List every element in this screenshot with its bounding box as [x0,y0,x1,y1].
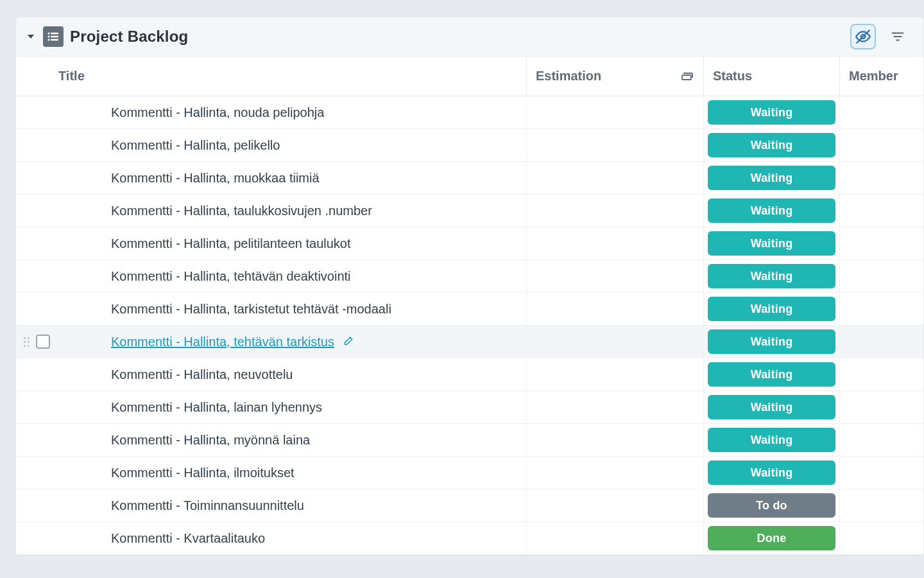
cell-member[interactable] [840,96,923,128]
task-title[interactable]: Kommentti - Hallinta, nouda pelipohja [111,105,324,120]
cell-status[interactable]: Waiting [704,326,840,358]
cell-status[interactable]: Waiting [704,358,840,390]
cell-title[interactable]: Kommentti - Hallinta, tehtävän tarkistus [16,326,527,358]
status-badge[interactable]: Waiting [708,329,835,354]
cell-title[interactable]: Kommentti - Toiminnansuunnittelu [16,489,527,521]
cell-title[interactable]: Kommentti - Hallinta, tehtävän deaktivoi… [16,260,527,292]
column-header-status[interactable]: Status [704,57,840,96]
cell-status[interactable]: Waiting [704,129,840,161]
cell-member[interactable] [840,391,923,423]
cell-estimation[interactable] [527,326,704,358]
cell-title[interactable]: Kommentti - Hallinta, muokkaa tiimiä [16,162,527,194]
task-title[interactable]: Kommentti - Hallinta, pelikello [111,138,280,153]
cell-member[interactable] [840,457,923,489]
edit-icon[interactable] [342,336,354,347]
cell-estimation[interactable] [527,424,704,456]
cell-status[interactable]: Done [704,522,840,554]
cell-title[interactable]: Kommentti - Hallinta, neuvottelu [16,358,527,390]
status-badge[interactable]: Waiting [708,264,835,288]
table-row[interactable]: Kommentti - KvartaalitaukoDone [16,522,923,555]
task-title[interactable]: Kommentti - Hallinta, taulukkosivujen .n… [111,204,372,218]
status-badge[interactable]: Waiting [708,231,835,256]
status-badge[interactable]: Waiting [708,297,835,321]
table-row[interactable]: Kommentti - Hallinta, pelitilanteen taul… [16,227,923,260]
row-checkbox[interactable] [36,335,50,349]
cell-status[interactable]: Waiting [704,195,840,227]
column-header-estimation[interactable]: Estimation [527,57,704,96]
table-row[interactable]: Kommentti - Hallinta, neuvotteluWaiting [16,358,923,391]
cell-status[interactable]: Waiting [704,293,840,325]
cell-title[interactable]: Kommentti - Hallinta, taulukkosivujen .n… [16,195,527,227]
task-title[interactable]: Kommentti - Hallinta, tarkistetut tehtäv… [111,302,391,317]
cell-estimation[interactable] [527,457,704,489]
cell-estimation[interactable] [527,227,704,259]
table-row[interactable]: Kommentti - Hallinta, pelikelloWaiting [16,129,923,162]
cell-member[interactable] [840,162,923,194]
table-row[interactable]: Kommentti - Hallinta, tehtävän deaktivoi… [16,260,923,293]
drag-handle-icon[interactable] [24,337,30,347]
task-title[interactable]: Kommentti - Kvartaalitauko [111,531,265,546]
cell-member[interactable] [840,424,923,456]
cell-estimation[interactable] [527,358,704,390]
task-title[interactable]: Kommentti - Hallinta, tehtävän tarkistus [111,335,334,349]
column-header-title[interactable]: Title [16,57,527,96]
cell-estimation[interactable] [527,162,704,194]
status-badge[interactable]: Waiting [708,166,835,190]
status-badge[interactable]: Waiting [708,428,835,452]
task-title[interactable]: Kommentti - Hallinta, myönnä laina [111,433,310,448]
status-badge[interactable]: Waiting [708,100,835,125]
cell-title[interactable]: Kommentti - Hallinta, lainan lyhennys [16,391,527,423]
cell-estimation[interactable] [527,391,704,423]
cell-estimation[interactable] [527,522,704,554]
table-row[interactable]: Kommentti - Hallinta, tarkistetut tehtäv… [16,293,923,326]
cell-estimation[interactable] [527,293,704,325]
visibility-toggle-icon[interactable] [850,24,876,49]
cell-member[interactable] [840,129,923,161]
filter-icon[interactable] [885,24,911,49]
task-title[interactable]: Kommentti - Hallinta, ilmoitukset [111,466,295,480]
collapse-caret-icon[interactable] [25,31,37,42]
status-badge[interactable]: Waiting [708,198,835,223]
status-badge[interactable]: Done [708,526,835,550]
task-title[interactable]: Kommentti - Hallinta, muokkaa tiimiä [111,171,320,186]
cell-estimation[interactable] [527,96,704,128]
cell-title[interactable]: Kommentti - Hallinta, ilmoitukset [16,457,527,489]
table-row[interactable]: Kommentti - Hallinta, myönnä lainaWaitin… [16,424,923,457]
cell-status[interactable]: Waiting [704,162,840,194]
status-badge[interactable]: To do [708,493,835,518]
cell-title[interactable]: Kommentti - Kvartaalitauko [16,522,527,554]
cell-member[interactable] [840,326,923,358]
cell-member[interactable] [840,522,923,554]
cell-member[interactable] [840,489,923,521]
cell-title[interactable]: Kommentti - Hallinta, pelitilanteen taul… [16,227,527,259]
cell-member[interactable] [840,358,923,390]
cell-status[interactable]: Waiting [704,260,840,292]
cell-status[interactable]: Waiting [704,96,840,128]
cell-estimation[interactable] [527,129,704,161]
cell-status[interactable]: Waiting [704,227,840,259]
cell-status[interactable]: To do [704,489,840,521]
cell-estimation[interactable] [527,195,704,227]
cell-member[interactable] [840,195,923,227]
cell-title[interactable]: Kommentti - Hallinta, myönnä laina [16,424,527,456]
task-title[interactable]: Kommentti - Hallinta, lainan lyhennys [111,400,322,415]
task-title[interactable]: Kommentti - Hallinta, tehtävän deaktivoi… [111,269,351,284]
estimation-config-icon[interactable] [681,73,693,80]
task-title[interactable]: Kommentti - Toiminnansuunnittelu [111,498,304,513]
cell-estimation[interactable] [527,260,704,292]
cell-title[interactable]: Kommentti - Hallinta, tarkistetut tehtäv… [16,293,527,325]
cell-title[interactable]: Kommentti - Hallinta, nouda pelipohja [16,96,527,128]
status-badge[interactable]: Waiting [708,362,835,387]
task-title[interactable]: Kommentti - Hallinta, neuvottelu [111,367,293,382]
cell-member[interactable] [840,260,923,292]
cell-estimation[interactable] [527,489,704,521]
table-row[interactable]: Kommentti - Hallinta, lainan lyhennysWai… [16,391,923,424]
table-row[interactable]: Kommentti - ToiminnansuunnitteluTo do [16,489,923,522]
task-title[interactable]: Kommentti - Hallinta, pelitilanteen taul… [111,236,351,251]
status-badge[interactable]: Waiting [708,133,835,157]
column-header-member[interactable]: Member [840,57,923,96]
cell-status[interactable]: Waiting [704,424,840,456]
table-row[interactable]: Kommentti - Hallinta, tehtävän tarkistus… [16,326,923,358]
table-row[interactable]: Kommentti - Hallinta, taulukkosivujen .n… [16,195,923,227]
cell-member[interactable] [840,293,923,325]
